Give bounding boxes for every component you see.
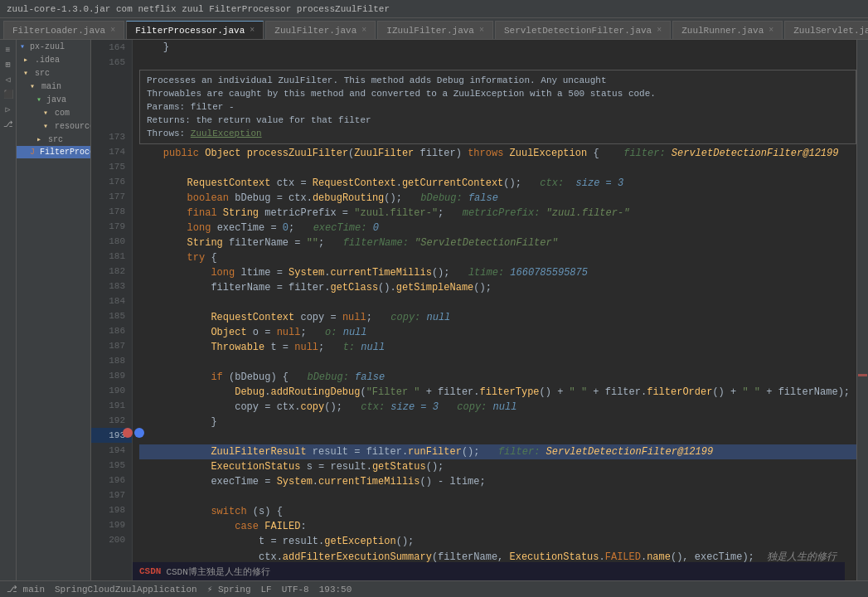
git-btn[interactable]: ⎇	[2, 118, 15, 131]
line-197: 197	[91, 488, 132, 502]
code-line-179: String filterName = ""; filterName: "Ser…	[139, 235, 856, 250]
nav-btn[interactable]: ◁	[2, 73, 15, 86]
tab-zuulrunner[interactable]: ZuulRunner.java ×	[672, 21, 783, 39]
sidebar-java[interactable]: ▾ java	[17, 93, 90, 106]
line-198: 198	[91, 502, 132, 517]
left-tools: ≡ ⊞ ◁ ⬛ ▷ ⎇	[0, 40, 17, 597]
sidebar-src-main[interactable]: ▸ src	[17, 133, 90, 146]
line-180: 180	[91, 234, 132, 249]
line-200: 200	[91, 532, 132, 547]
line-164: 164	[91, 40, 132, 55]
close-icon[interactable]: ×	[479, 26, 484, 35]
code-line-181: long ltime = System.currentTimeMillis();…	[139, 265, 856, 280]
line-189: 189	[91, 368, 132, 383]
status-file: SpringCloudZuulApplication	[55, 585, 197, 595]
folder-icon: ▸	[36, 135, 46, 144]
run-btn[interactable]: ▷	[2, 103, 15, 116]
sidebar-main[interactable]: ▾ main	[17, 80, 90, 93]
code-line-194: ExecutionStatus s = result.getStatus();	[139, 459, 856, 474]
code-line-188: if (bDebug) { bDebug: false	[139, 370, 856, 385]
folder-icon: ▾	[20, 42, 30, 51]
tab-filterprocessor-label: FilterProcessor.java	[135, 26, 245, 36]
sidebar-filterprocessor[interactable]: J FilterProcessor	[17, 146, 90, 158]
line-179: 179	[91, 219, 132, 234]
code-line-193: ZuulFilterResult result = filter.runFilt…	[139, 444, 856, 459]
code-line-175: RequestContext ctx = RequestContext.getC…	[139, 176, 856, 191]
line-183: 183	[91, 279, 132, 294]
close-icon[interactable]: ×	[657, 26, 662, 35]
title-text: zuul-core-1.3.0.jar com netflix zuul Fil…	[7, 4, 390, 14]
tab-izuulfilter[interactable]: IZuulFilter.java ×	[377, 21, 493, 39]
status-lf: LF	[261, 585, 272, 595]
close-icon[interactable]: ×	[250, 26, 255, 35]
line-173: 173	[91, 129, 132, 144]
sidebar-project[interactable]: ▾ px-zuul	[17, 40, 90, 53]
sidebar-resources[interactable]: ▾ resources	[17, 119, 90, 133]
tab-zuulrunner-label: ZuulRunner.java	[681, 26, 764, 36]
code-line-196	[139, 489, 856, 504]
folder-icon: ▾	[43, 122, 53, 131]
line-196: 196	[91, 473, 132, 488]
scroll-indicators[interactable]	[856, 40, 868, 597]
line-199: 199	[91, 517, 132, 532]
code-line-192	[139, 430, 856, 444]
close-icon[interactable]: ×	[110, 26, 115, 35]
code-line-165	[139, 55, 856, 70]
sidebar-com[interactable]: ▾ com	[17, 106, 90, 119]
tab-zuulfilter[interactable]: ZuulFilter.java ×	[265, 21, 376, 39]
code-line-197: switch (s) {	[139, 504, 856, 519]
sidebar-idea[interactable]: ▸ .idea	[17, 53, 90, 66]
status-spring: ⚡ Spring	[207, 584, 251, 595]
tab-filterloader-label: FilterLoader.java	[12, 26, 105, 36]
tab-filterprocessor[interactable]: FilterProcessor.java ×	[126, 21, 264, 39]
code-content[interactable]: } Processes an individual ZuulFilter. Th…	[133, 40, 856, 597]
sidebar-src[interactable]: ▾ src	[17, 66, 90, 80]
tab-servletdetection[interactable]: ServletDetectionFilter.java ×	[495, 21, 671, 39]
status-bar: ⎇ main SpringCloudZuulApplication ⚡ Spri…	[0, 580, 868, 597]
tab-zuulservlet-label: ZuulServlet.java	[793, 26, 868, 36]
code-line-190: copy = ctx.copy(); ctx: size = 3 copy: n…	[139, 400, 856, 415]
tab-zuulservlet[interactable]: ZuulServlet.java ×	[784, 21, 868, 39]
javadoc-line3: Params: filter -	[147, 100, 849, 114]
folder-icon: ▾	[30, 82, 40, 91]
csdn-banner: CSDN CSDN博主独是人生的修行	[133, 562, 845, 580]
line-gutter: 164 165 173 174 175 176 177 178 179 180 …	[91, 40, 133, 597]
code-line-180: try {	[139, 250, 856, 265]
debug-btn[interactable]: ⬛	[2, 88, 15, 101]
line-176: 176	[91, 174, 132, 189]
code-line-176: boolean bDebug = ctx.debugRouting(); bDe…	[139, 191, 856, 206]
line-188: 188	[91, 353, 132, 368]
hierarchy-btn[interactable]: ⊞	[2, 58, 15, 71]
code-line-195: execTime = System.currentTimeMillis() - …	[139, 474, 856, 489]
status-position: 193:50	[319, 585, 352, 595]
sidebar: ▾ px-zuul ▸ .idea ▾ src ▾ main ▾ java ▾ …	[17, 40, 91, 597]
line-184: 184	[91, 294, 132, 308]
javadoc-line2: Throwables are caught by this method and…	[147, 87, 849, 100]
status-utf8: UTF-8	[282, 585, 309, 595]
code-line-185: Object o = null; o: null	[139, 325, 856, 340]
close-icon[interactable]: ×	[361, 26, 366, 35]
close-icon[interactable]: ×	[769, 26, 773, 35]
code-line-178: long execTime = 0; execTime: 0	[139, 221, 856, 235]
java-icon: J	[30, 148, 40, 157]
folder-icon: ▾	[23, 69, 33, 78]
tab-izuulfilter-label: IZuulFilter.java	[386, 26, 474, 36]
line-195: 195	[91, 458, 132, 473]
csdn-text: CSDN博主独是人生的修行	[166, 565, 269, 578]
line-177: 177	[91, 189, 132, 204]
line-187: 187	[91, 338, 132, 353]
code-line-199: t = result.getException();	[139, 534, 856, 549]
line-185: 185	[91, 308, 132, 323]
code-line-187	[139, 355, 856, 370]
title-bar: zuul-core-1.3.0.jar com netflix zuul Fil…	[0, 0, 868, 18]
tab-servletdetection-label: ServletDetectionFilter.java	[504, 26, 652, 36]
line-165: 165	[91, 55, 132, 70]
line-174: 174	[91, 144, 132, 159]
code-line-164: }	[139, 40, 856, 55]
folder-icon: ▸	[23, 56, 33, 65]
structure-btn[interactable]: ≡	[2, 43, 15, 56]
tab-filterloader[interactable]: FilterLoader.java ×	[3, 21, 124, 39]
editor-area[interactable]: 164 165 173 174 175 176 177 178 179 180 …	[91, 40, 856, 597]
tab-bar: FilterLoader.java × FilterProcessor.java…	[0, 18, 868, 40]
folder-icon: ▾	[36, 95, 46, 104]
